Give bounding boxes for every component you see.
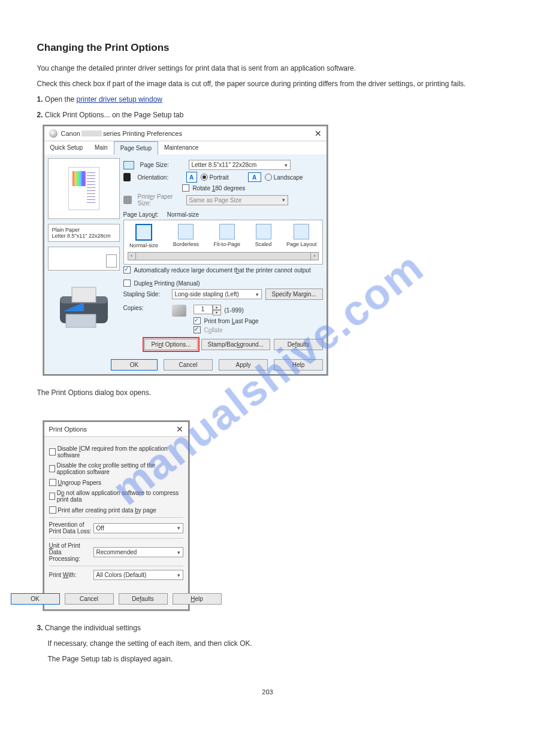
unit-label: Unit of Print Data Processing: [49,542,93,562]
collate-label: Collate [204,327,223,333]
page-size-select[interactable]: Letter 8.5"x11" 22x28cm [189,160,291,170]
printer-paper-select: Same as Page Size [186,195,288,205]
po-ungroup-checkbox[interactable] [49,479,56,486]
po-close-icon[interactable]: ✕ [176,424,183,434]
chevron-up-icon[interactable]: ▴ [213,305,221,310]
po-by-page-checkbox[interactable] [49,506,56,514]
po-help-button[interactable]: Help [173,593,222,605]
mini-page-icon [106,254,117,268]
print-last-label: Print from Last Page [204,318,259,324]
intro-para-1: You change the detailed printer driver s… [37,63,498,74]
po-disable-color-checkbox[interactable] [49,465,55,472]
print-last-checkbox[interactable] [194,317,201,324]
scroll-right-icon[interactable]: › [310,252,319,260]
monitor-icon [123,161,134,169]
page-layout-label: Page Layout: [123,211,164,218]
layout-page[interactable]: Page Layout [286,224,317,248]
po-disable-icm-label: Disable ICM required from the applicatio… [58,445,183,459]
help-button[interactable]: Help [274,359,323,371]
layout-normal[interactable]: Normal-size [129,224,158,248]
copies-range: (1-999) [225,307,244,314]
step-1-prefix: Open the [45,95,77,104]
after-dialog-text: The Print Options dialog box opens. [37,387,498,398]
tab-maintenance[interactable]: Maintenance [158,141,204,154]
dialog-button-row: OK Cancel Apply Help [44,356,327,374]
portrait-radio[interactable]: Portrait [201,174,229,181]
svg-rect-3 [66,314,96,327]
prevention-label: Prevention of Print Data Loss: [49,521,93,535]
copies-icon [172,305,186,317]
po-disable-icm-checkbox[interactable] [49,448,56,456]
auto-reduce-checkbox[interactable] [123,266,131,274]
po-compress-checkbox[interactable] [49,493,56,500]
printer-paper-label: Printer Paper Size: [138,193,183,207]
unit-select[interactable]: Recommended [93,547,183,557]
close-icon[interactable]: ✕ [315,129,322,138]
chevron-down-icon[interactable]: ▾ [213,310,221,315]
step-1: 1. Open the printer driver setup window [37,94,498,105]
layout-fit[interactable]: Fit-to-Page [213,224,240,248]
layout-scrollbar[interactable]: ‹ › [128,252,319,260]
printer-icon [49,129,58,138]
svg-rect-2 [72,287,96,302]
duplex-label: Duplex Printing (Manual) [134,280,200,287]
defaults-button[interactable]: Defaults [274,339,323,350]
media-size: Letter 8.5"x11" 22x28cm [52,233,116,239]
media-info: Plain Paper Letter 8.5"x11" 22x28cm [48,224,120,242]
step-2: 2. Click Print Options... on the Page Se… [37,110,498,120]
po-compress-label: Do not allow application software to com… [57,490,183,503]
po-title: Print Options [49,426,87,433]
step-3: 3. Change the individual settings [37,623,498,633]
po-by-page-label: Print after creating print data by page [58,507,156,514]
step-2-text: Click Print Options... on the Page Setup… [45,111,183,119]
page-preview [48,158,120,219]
page-layout-value: Normal-size [167,211,199,218]
layout-borderless[interactable]: Borderless [173,224,199,248]
landscape-icon: A [248,172,261,182]
step-1-num: 1. [37,95,43,104]
stamp-background-button[interactable]: Stamp/Background... [201,339,270,350]
apply-button[interactable]: Apply [219,359,268,371]
po-button-row: OK Cancel Defaults Help [44,588,188,609]
footer-text: The Page Setup tab is displayed again. [48,654,498,664]
layout-scaled[interactable]: Scaled [255,224,272,248]
scroll-left-icon[interactable]: ‹ [128,252,136,260]
layout-panel: Normal-size Borderless Fit-to-Page Scale… [123,220,323,265]
rotate-checkbox[interactable] [182,184,189,192]
stapling-label: Stapling Side: [123,291,168,297]
printer-small-icon [123,173,131,181]
tab-page-setup[interactable]: Page Setup [114,141,158,154]
tab-quick-setup[interactable]: Quick Setup [44,141,89,154]
intro-para-2: Check this check box if part of the imag… [37,78,498,89]
printer-image [48,275,120,341]
rotate-label: Rotate 180 degrees [193,185,246,192]
step-3-text: Change the individual settings [45,624,141,632]
printing-preferences-dialog: Canon series Printing Preferences ✕ Quic… [43,125,328,375]
po-title-bar: Print Options ✕ [44,422,188,437]
page-size-label: Page Size: [140,162,185,168]
po-disable-color-label: Disable the color profile setting of the… [57,462,183,475]
stapling-select[interactable]: Long-side stapling (Left) [172,289,262,299]
print-options-button[interactable]: Print Options... [144,339,197,350]
page-number: 203 [37,688,498,696]
tab-main[interactable]: Main [89,141,114,154]
driver-window-link[interactable]: printer driver setup window [77,95,162,104]
copies-label: Copies: [123,305,168,311]
print-with-select[interactable]: All Colors (Default) [93,570,183,580]
portrait-icon: A [186,172,197,183]
cancel-button[interactable]: Cancel [164,359,213,371]
step-3-num: 3. [37,624,43,632]
redacted-model [81,130,102,136]
duplex-checkbox[interactable] [123,280,131,287]
po-cancel-button[interactable]: Cancel [65,593,114,605]
landscape-radio[interactable]: Landscape [265,174,303,181]
ok-button[interactable]: OK [111,359,158,371]
specify-margin-button[interactable]: Specify Margin... [265,289,323,300]
auto-reduce-label: Automatically reduce large document that… [134,267,311,274]
po-ok-button[interactable]: OK [11,593,60,605]
copies-stepper[interactable]: 1 ▴▾ [194,305,221,315]
step-3-body: If necessary, change the setting of each… [48,638,498,649]
prevention-select[interactable]: Off [93,523,183,533]
blank-preview [48,247,120,271]
po-defaults-button[interactable]: Defaults [119,593,168,605]
